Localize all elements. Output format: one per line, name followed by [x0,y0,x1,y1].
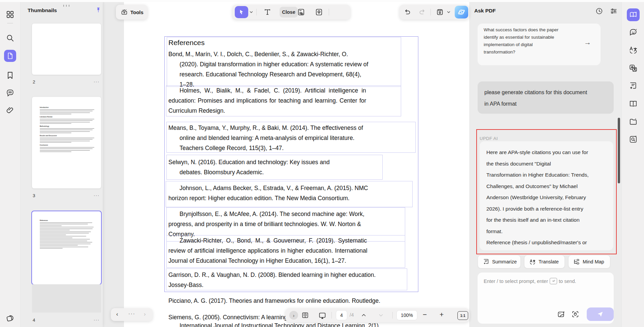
save-icon[interactable] [436,8,444,16]
insert-image-icon[interactable] [557,310,565,318]
search-icon[interactable] [6,34,14,42]
next-page-icon[interactable]: › [144,311,146,318]
thumbnail-menu-icon[interactable]: ··· [94,193,100,198]
ask-pdf-book-icon[interactable] [627,8,640,21]
page-thumbnails-icon[interactable] [4,50,16,62]
toolbar-divider [329,9,329,15]
select-cursor-tool[interactable] [235,6,248,18]
user-message-text: in APA format [484,98,614,110]
reference-line: review of artificial intelligence applic… [168,247,367,255]
reference-line: International Journal of Instructional T… [180,322,380,327]
toolbar-divider [331,312,332,319]
reference-line: online and blended learning: A meta-anal… [180,134,354,142]
text-tool-icon[interactable] [263,8,271,16]
signature-icon[interactable] [6,314,14,322]
reference-line: Johnson, L., Adams Becker, S., Estrada, … [180,184,368,192]
mindmap-label: Mind Map [583,259,604,264]
apps-grid-icon[interactable] [6,10,14,19]
page-number-input[interactable]: 4 [336,310,347,320]
reader-book-icon[interactable] [629,100,638,108]
translate-pages-icon[interactable] [629,64,638,73]
page-up-icon[interactable] [361,313,367,318]
thumb-mini-section-heading: Conclusion [40,144,94,146]
edit-toolbar: Close [232,5,350,20]
zoom-in-icon[interactable]: + [440,311,444,319]
thumb-text-bar [40,230,70,230]
tools-button[interactable]: Tools [116,5,148,20]
thumb-text-bar [40,111,93,111]
thumb-text-bar [40,242,92,243]
thumb-text-bar [40,120,93,121]
panel-drag-handle[interactable] [63,5,64,7]
send-button[interactable] [587,307,614,321]
zoom-level-input[interactable]: 100% [396,310,417,320]
actual-size-button[interactable]: 1:1 [457,311,468,320]
thumb-text-bar [40,114,71,114]
undo-icon[interactable] [404,8,411,16]
history-clock-icon[interactable] [595,7,603,15]
suggested-prompt-text: What success factors does the paper [484,26,558,34]
send-prompt-arrow-icon[interactable]: → [584,38,591,46]
reference-line: Picciano, A. G. (2017). Theories and fra… [168,297,380,305]
ai-search-icon[interactable] [629,135,638,144]
prev-page-icon[interactable]: ‹ [116,311,118,318]
pin-icon[interactable] [95,7,102,13]
return-key-icon [550,278,557,284]
expand-toolbar-icon[interactable]: › [289,311,298,320]
thumbnail-page-3[interactable]: IntroductionLiterature ReviewMethodology… [32,97,101,188]
chat-input-box[interactable]: Enter / to select prompt, enter to send. [478,272,614,324]
ai-assistant-button[interactable] [455,6,468,19]
suggested-prompt-card[interactable]: What success factors does the paperident… [478,24,601,65]
settings-sliders-icon[interactable] [610,7,618,15]
thumbnail-page-4-selected[interactable]: References [32,211,101,284]
thumb-text-bar [40,128,94,129]
thumbnail-menu-icon[interactable]: ··· [94,79,100,84]
thumbnail-label: 4 [33,318,35,323]
thumb-mini-section-heading: Introduction [40,107,94,108]
suggested-prompt-text: implementation of digital [484,41,558,48]
page-layout-icon[interactable] [301,312,309,319]
thumb-text-bar [40,133,71,133]
summarize-button[interactable]: Summarize [478,255,521,268]
location-tool-icon[interactable] [315,8,323,16]
attachment-icon[interactable] [6,106,14,115]
thumbnail-page-4-overflow [32,284,101,313]
reference-line: Jossey-Bass. [168,281,203,289]
translate-button[interactable]: Translate [524,255,565,268]
thumbnail-menu-icon[interactable]: ··· [94,317,100,322]
mind-map-button[interactable]: Mind Map [568,255,610,268]
ai-summary-icon[interactable] [629,81,638,90]
page-down-icon[interactable] [378,313,384,318]
panel-title: Thumbnails [28,7,57,13]
comment-icon[interactable] [6,88,14,97]
thumb-text-bar [40,247,88,247]
thumb-text-bar [40,239,90,240]
suggested-prompt-text: identify as essential for sustainable [484,34,558,41]
thumb-text-bar [40,147,94,148]
reference-line: Selwyn, N. (2016). Education and technol… [168,158,330,166]
more-pages-icon[interactable]: ··· [128,311,135,316]
cursor-dropdown-chevron-icon[interactable] [249,10,254,14]
panel-drag-handle[interactable] [69,5,69,7]
close-edit-button[interactable]: Close [280,7,298,17]
translate-label: Translate [539,259,559,264]
thumb-text-bar [40,148,93,149]
ai-translate-icon[interactable] [629,46,638,54]
zoom-out-icon[interactable]: − [423,311,427,319]
link-tool-icon[interactable] [297,8,305,16]
right-sidebar-rail [621,2,644,327]
reference-line: Teachers College Record, 115(3), 1–47. [180,144,284,152]
save-dropdown-chevron-icon[interactable] [446,10,451,14]
panel-drag-handle[interactable] [66,5,67,7]
screenshot-camera-icon[interactable] [571,310,579,318]
presentation-mode-icon[interactable] [318,312,326,320]
bookmark-icon[interactable] [6,71,14,80]
panel-scrollbar[interactable] [618,118,620,183]
chat-placeholder: Enter / to select prompt, enter to send. [484,278,576,284]
ai-chat-icon[interactable] [629,28,638,37]
reference-line: Garrison, D. R., & Vaughan, N. D. (2008)… [168,271,376,279]
redo-icon[interactable] [418,8,426,16]
ai-files-icon[interactable] [629,117,638,126]
thumbnail-page-2[interactable] [32,24,101,75]
reference-line: education: Promises and implications for… [168,97,366,105]
